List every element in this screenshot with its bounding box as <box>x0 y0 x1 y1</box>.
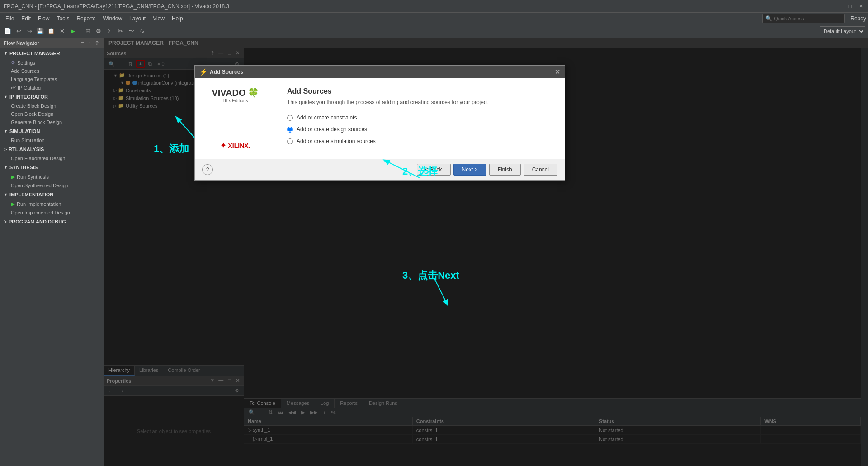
nav-open-block-design[interactable]: Open Block Design <box>0 110 104 118</box>
flow-nav-help[interactable]: ? <box>94 40 100 46</box>
hlx-text: HLx Editions <box>212 98 259 103</box>
xilinx-x-icon: ✦ <box>220 141 226 150</box>
menu-help[interactable]: Help <box>168 14 187 23</box>
copy-button[interactable]: 📋 <box>46 26 56 36</box>
menu-edit[interactable]: Edit <box>18 14 34 23</box>
radio-sim-input[interactable] <box>287 138 293 144</box>
add-sources-dialog: ⚡ Add Sources ✕ VIVADO 🍀 HLx Editions <box>194 65 565 181</box>
nav-create-block-design[interactable]: Create Block Design <box>0 102 104 110</box>
next-button[interactable]: Next > <box>453 164 486 176</box>
menu-flow[interactable]: Flow <box>34 14 53 23</box>
menu-bar: File Edit Flow Tools Reports Window Layo… <box>0 13 868 24</box>
radio-sim-label: Add or create simulation sources <box>297 138 376 144</box>
radio-design-sources[interactable]: Add or create design sources <box>287 126 554 133</box>
section-project-manager: ▼ PROJECT MANAGER ⚙ Settings Add Sources… <box>0 48 104 92</box>
dialog-title-text: Add Sources <box>210 69 243 75</box>
flow-nav-pin[interactable]: ≡ <box>80 40 85 46</box>
radio-constraints-label: Add or create constraints <box>297 114 357 121</box>
section-header-pad[interactable]: ▷ PROGRAM AND DEBUG <box>0 217 104 227</box>
cut-button[interactable]: ✂ <box>115 26 125 36</box>
redo-button[interactable]: ↪ <box>24 26 34 36</box>
svg-line-2 <box>434 278 448 305</box>
nav-open-bd-label: Open Block Design <box>11 111 53 117</box>
nav-open-impl-label: Open Implemented Design <box>11 210 70 215</box>
menu-tools[interactable]: Tools <box>53 14 73 23</box>
ipi-label: IP INTEGRATOR <box>9 94 48 100</box>
nav-settings[interactable]: ⚙ Settings <box>0 58 104 67</box>
nav-add-sources[interactable]: Add Sources <box>0 67 104 75</box>
nav-ip-catalog[interactable]: ☍ IP Catalog <box>0 83 104 92</box>
section-synthesis: ▼ SYNTHESIS ▶ Run Synthesis Open Synthes… <box>0 162 104 190</box>
ip-catalog-icon: ☍ <box>11 85 16 90</box>
radio-sim-sources[interactable]: Add or create simulation sources <box>287 138 554 144</box>
wave-button[interactable]: 〜 <box>126 26 136 36</box>
radio-constraints-input[interactable] <box>287 115 293 121</box>
run-synth-icon: ▶ <box>11 174 15 180</box>
dialog-title-icon: ⚡ <box>199 68 207 76</box>
settings-button[interactable]: ⚙ <box>94 26 104 36</box>
close-button[interactable]: ✕ <box>857 3 864 10</box>
caret-pad: ▷ <box>4 219 7 224</box>
run-impl-icon: ▶ <box>11 201 15 207</box>
dialog-close-button[interactable]: ✕ <box>555 68 560 76</box>
minimize-button[interactable]: — <box>835 3 843 10</box>
section-header-impl[interactable]: ▼ IMPLEMENTATION <box>0 190 104 200</box>
toolbar: 📄 ↩ ↪ 💾 📋 ✕ ▶ ⊞ ⚙ Σ ✂ 〜 ∿ Default Layout <box>0 24 868 38</box>
menu-reports[interactable]: Reports <box>73 14 99 23</box>
cancel-button[interactable]: Cancel <box>524 164 557 176</box>
flow-nav-icons: ≡ ↑ ? <box>80 40 100 46</box>
nav-open-implemented[interactable]: Open Implemented Design <box>0 209 104 217</box>
section-header-rtl[interactable]: ▷ RTL ANALYSIS <box>0 144 104 154</box>
wave2-button[interactable]: ∿ <box>137 26 147 36</box>
nav-run-synthesis[interactable]: ▶ Run Synthesis <box>0 172 104 181</box>
section-header-sim[interactable]: ▼ SIMULATION <box>0 126 104 136</box>
menu-window[interactable]: Window <box>99 14 126 23</box>
nav-open-synthesized[interactable]: Open Synthesized Design <box>0 181 104 190</box>
back-button[interactable]: < Back <box>417 164 451 176</box>
menu-file[interactable]: File <box>2 14 18 23</box>
radio-constraints[interactable]: Add or create constraints <box>287 114 554 121</box>
menu-view[interactable]: View <box>149 14 168 23</box>
caret-pm: ▼ <box>4 51 8 56</box>
section-header-pm[interactable]: ▼ PROJECT MANAGER <box>0 48 104 58</box>
caret-rtl: ▷ <box>4 147 7 152</box>
layout-select[interactable]: Default Layout <box>820 26 865 36</box>
nav-language-templates[interactable]: Language Templates <box>0 75 104 83</box>
radio-design-input[interactable] <box>287 127 293 133</box>
finish-button[interactable]: Finish <box>489 164 521 176</box>
maximize-button[interactable]: □ <box>846 3 854 10</box>
delete-button[interactable]: ✕ <box>57 26 67 36</box>
nav-run-implementation[interactable]: ▶ Run Implementation <box>0 200 104 209</box>
section-header-synth[interactable]: ▼ SYNTHESIS <box>0 162 104 172</box>
window-title: FPGA_CNN - [E:/FPGA_Learn/FPGA/Day1211/F… <box>4 3 835 10</box>
dialog-logo-area: VIVADO 🍀 HLx Editions ✦ XILINX. <box>195 78 276 159</box>
quick-access-input[interactable] <box>774 16 842 21</box>
flow-nav-up[interactable]: ↑ <box>87 40 93 46</box>
run-button[interactable]: ▶ <box>68 26 78 36</box>
vivado-leaf: 🍀 <box>248 87 259 98</box>
nav-generate-block-design[interactable]: Generate Block Design <box>0 118 104 126</box>
caret-synth: ▼ <box>4 165 8 170</box>
nav-open-elab-label: Open Elaborated Design <box>11 156 65 161</box>
vivado-logo: VIVADO 🍀 <box>212 87 259 98</box>
nav-run-synth-label: Run Synthesis <box>17 174 49 180</box>
pm-label: PROJECT MANAGER <box>9 51 60 56</box>
save-button[interactable]: 💾 <box>35 26 45 36</box>
nav-create-bd-label: Create Block Design <box>11 103 56 109</box>
nav-run-simulation[interactable]: Run Simulation <box>0 136 104 144</box>
nav-open-elaborated[interactable]: Open Elaborated Design <box>0 154 104 162</box>
new-file-button[interactable]: 📄 <box>3 26 13 36</box>
undo-button[interactable]: ↩ <box>14 26 24 36</box>
dialog-titlebar: ⚡ Add Sources ✕ <box>195 66 565 78</box>
menu-layout[interactable]: Layout <box>126 14 149 23</box>
caret-ipi: ▼ <box>4 95 8 99</box>
annotation-step3: 3、点击Next <box>402 269 459 282</box>
dialog-heading: Add Sources <box>287 87 554 95</box>
flow-nav-content: ▼ PROJECT MANAGER ⚙ Settings Add Sources… <box>0 48 104 466</box>
dialog-help-button[interactable]: ? <box>202 164 213 175</box>
section-header-ipi[interactable]: ▼ IP INTEGRATOR <box>0 92 104 102</box>
content-area: PROJECT MANAGER - FPGA_CNN Sources ? — □… <box>104 38 868 466</box>
sum-button[interactable]: Σ <box>104 26 114 36</box>
parallel-button[interactable]: ⊞ <box>83 26 93 36</box>
annotation-step1: 1、添加 <box>154 142 189 156</box>
